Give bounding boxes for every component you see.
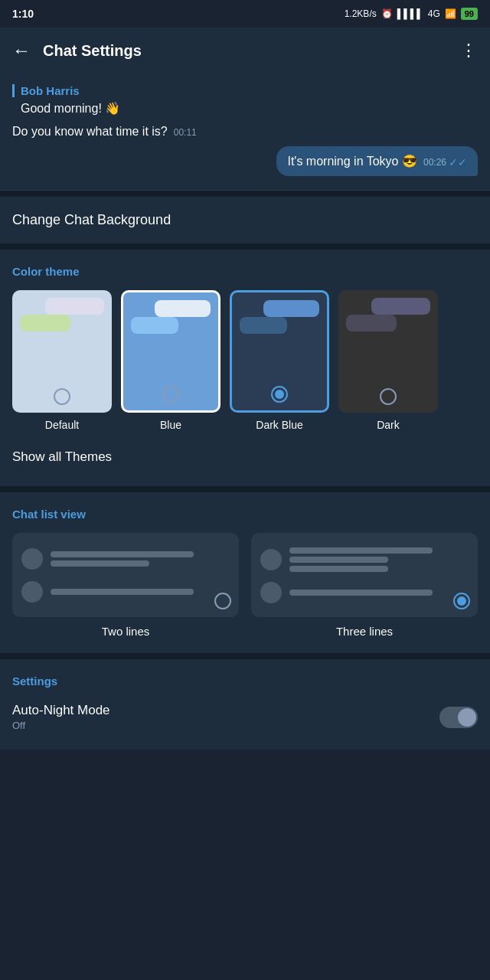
radio-two-lines (214, 593, 231, 609)
theme-dark-label: Dark (377, 419, 400, 431)
two-lines-preview (12, 533, 239, 617)
chat-preview: Bob Harris Good morning! 👋 Do you know w… (0, 74, 490, 191)
theme-darkblue-label: Dark Blue (256, 419, 302, 431)
read-receipt-icon: ✓✓ (449, 156, 467, 168)
chatlist-row-1 (21, 548, 230, 570)
speed-indicator: 1.2KB/s (345, 8, 377, 19)
radio-inner-darkblue (275, 390, 284, 399)
received-message-block: Bob Harris Good morning! 👋 (12, 84, 478, 117)
toggle-knob (458, 708, 476, 727)
text-line-1b (51, 560, 149, 567)
sent-bubble: It's morning in Tokyo 😎 00:26 ✓✓ (276, 146, 478, 176)
alarm-icon: ⏰ (381, 8, 393, 19)
bubble-out-default (45, 298, 104, 315)
avatar-4 (260, 582, 282, 603)
bubble-out-blue (155, 300, 211, 317)
auto-night-mode-info: Auto-Night Mode Off (12, 703, 110, 731)
chatlist-three-lines[interactable]: Three lines (251, 533, 478, 638)
theme-darkblue[interactable]: Dark Blue (230, 290, 329, 431)
text-line-3a (289, 547, 433, 554)
two-lines-label: Two lines (102, 625, 150, 638)
settings-section: Settings Auto-Night Mode Off (0, 659, 490, 750)
divider-3 (0, 486, 490, 492)
received-time: 00:11 (174, 127, 197, 138)
sent-message-wrapper: It's morning in Tokyo 😎 00:26 ✓✓ (12, 146, 478, 176)
received-question-text: Do you know what time it is? (12, 125, 168, 139)
chat-list-view-title: Chat list view (12, 508, 478, 521)
text-line-4a (289, 590, 433, 596)
theme-dark[interactable]: Dark (338, 290, 438, 431)
text-line-2a (51, 589, 194, 595)
chatlist-options-row: Two lines (12, 533, 478, 638)
auto-night-mode-item: Auto-Night Mode Off (12, 700, 478, 734)
theme-blue-preview (121, 290, 220, 413)
radio-inner-three-lines (457, 596, 466, 606)
theme-default[interactable]: Default (12, 290, 112, 431)
chatlist-row-3 (260, 547, 469, 572)
radio-dark (380, 388, 397, 405)
divider-1 (0, 191, 490, 197)
more-options-button[interactable]: ⋮ (460, 41, 478, 60)
divider-4 (0, 653, 490, 659)
three-lines-preview (251, 533, 478, 617)
text-lines-1 (51, 551, 230, 567)
color-theme-section: Color theme Default Blue (0, 250, 490, 486)
chatlist-two-lines[interactable]: Two lines (12, 533, 239, 638)
avatar-2 (21, 581, 43, 603)
status-time: 1:10 (12, 8, 34, 20)
radio-three-lines (453, 593, 470, 609)
chatlist-row-2 (21, 581, 230, 603)
battery-indicator: 99 (461, 8, 478, 20)
avatar-3 (260, 549, 282, 570)
bubble-in-blue (131, 317, 178, 334)
sent-time: 00:26 (423, 157, 446, 168)
page-title: Chat Settings (43, 42, 460, 60)
status-icons: 1.2KB/s ⏰ ▌▌▌▌ 4G 📶 99 (345, 8, 478, 20)
radio-default (54, 388, 70, 405)
wifi-icon: 📶 (445, 8, 456, 19)
theme-default-label: Default (45, 419, 79, 431)
text-line-3c (289, 566, 388, 572)
sent-time-wrapper: 00:26 ✓✓ (423, 156, 467, 168)
avatar-1 (21, 548, 43, 570)
sender-name: Bob Harris (12, 84, 478, 97)
bubble-in-default (20, 315, 70, 332)
themes-row: Default Blue Dark Blue (12, 290, 478, 431)
radio-blue (162, 386, 179, 403)
theme-darkblue-preview (230, 290, 329, 413)
bubble-out-dark (371, 298, 430, 315)
text-lines-3 (289, 547, 469, 572)
text-line-1a (51, 551, 194, 557)
signal-icon: ▌▌▌▌ (397, 8, 423, 19)
auto-night-mode-toggle[interactable] (439, 707, 478, 728)
sent-message-text: It's morning in Tokyo 😎 (287, 154, 417, 168)
text-lines-4 (289, 590, 469, 596)
app-header: ← Chat Settings ⋮ (0, 28, 490, 74)
bubble-in-darkblue (240, 317, 287, 334)
three-lines-label: Three lines (336, 625, 393, 638)
divider-2 (0, 243, 490, 250)
bubble-out-darkblue (263, 300, 319, 317)
text-lines-2 (51, 589, 230, 595)
auto-night-mode-title: Auto-Night Mode (12, 703, 110, 718)
auto-night-mode-subtitle: Off (12, 720, 110, 731)
theme-blue[interactable]: Blue (121, 290, 220, 431)
change-bg-label: Change Chat Background (12, 212, 171, 227)
show-all-themes-button[interactable]: Show all Themes (12, 443, 478, 471)
chat-list-view-section: Chat list view T (0, 492, 490, 653)
received-greeting: Good morning! 👋 (12, 100, 478, 117)
color-theme-title: Color theme (12, 265, 478, 278)
network-indicator: 4G (428, 8, 440, 19)
bubble-in-dark (346, 315, 397, 332)
text-line-3b (289, 557, 388, 563)
settings-title: Settings (12, 675, 478, 688)
theme-dark-preview (338, 290, 438, 413)
back-button[interactable]: ← (12, 40, 31, 61)
received-question-row: Do you know what time it is? 00:11 (12, 125, 478, 139)
theme-default-preview (12, 290, 112, 413)
change-background-section[interactable]: Change Chat Background (0, 197, 490, 243)
chatlist-row-4 (260, 582, 469, 603)
theme-blue-label: Blue (160, 419, 181, 431)
radio-darkblue (271, 386, 288, 403)
status-bar: 1:10 1.2KB/s ⏰ ▌▌▌▌ 4G 📶 99 (0, 0, 490, 28)
